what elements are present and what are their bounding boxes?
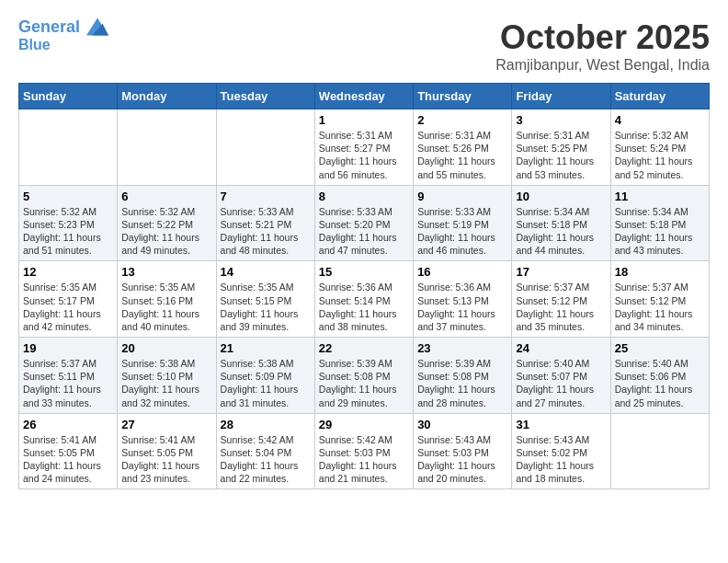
calendar-cell: 16Sunrise: 5:36 AMSunset: 5:13 PMDayligh…	[414, 261, 512, 338]
day-info: Sunrise: 5:41 AMSunset: 5:05 PMDaylight:…	[121, 433, 211, 486]
day-info: Sunrise: 5:43 AMSunset: 5:03 PMDaylight:…	[417, 433, 507, 486]
day-info: Sunrise: 5:35 AMSunset: 5:15 PMDaylight:…	[221, 281, 311, 333]
calendar-cell: 9Sunrise: 5:33 AMSunset: 5:19 PMDaylight…	[414, 185, 512, 261]
week-row-1: 1Sunrise: 5:31 AMSunset: 5:27 PMDaylight…	[19, 109, 710, 186]
calendar-cell: 14Sunrise: 5:35 AMSunset: 5:15 PMDayligh…	[216, 261, 314, 338]
calendar-cell	[610, 413, 709, 489]
day-number: 6	[121, 190, 211, 203]
day-number: 9	[417, 190, 507, 203]
day-number: 14	[221, 265, 311, 279]
month-title: October 2025	[495, 18, 710, 57]
day-number: 17	[516, 265, 606, 279]
calendar-cell: 13Sunrise: 5:35 AMSunset: 5:16 PMDayligh…	[118, 261, 216, 338]
day-info: Sunrise: 5:35 AMSunset: 5:16 PMDaylight:…	[121, 281, 211, 333]
day-number: 2	[417, 113, 507, 127]
calendar-cell: 8Sunrise: 5:33 AMSunset: 5:20 PMDaylight…	[314, 185, 413, 261]
page-header: General Blue October 2025 Ramjibanpur, W…	[18, 18, 710, 74]
week-row-2: 5Sunrise: 5:32 AMSunset: 5:23 PMDaylight…	[19, 185, 710, 261]
day-number: 1	[319, 113, 409, 127]
calendar-cell: 17Sunrise: 5:37 AMSunset: 5:12 PMDayligh…	[512, 261, 610, 338]
calendar-cell: 3Sunrise: 5:31 AMSunset: 5:25 PMDaylight…	[512, 109, 610, 186]
day-info: Sunrise: 5:39 AMSunset: 5:08 PMDaylight:…	[417, 357, 507, 409]
day-info: Sunrise: 5:42 AMSunset: 5:03 PMDaylight:…	[319, 433, 409, 486]
calendar-cell: 27Sunrise: 5:41 AMSunset: 5:05 PMDayligh…	[118, 413, 216, 489]
day-info: Sunrise: 5:33 AMSunset: 5:19 PMDaylight:…	[417, 205, 507, 258]
calendar-cell: 25Sunrise: 5:40 AMSunset: 5:06 PMDayligh…	[610, 338, 709, 414]
day-info: Sunrise: 5:41 AMSunset: 5:05 PMDaylight:…	[23, 433, 113, 486]
calendar-cell: 5Sunrise: 5:32 AMSunset: 5:23 PMDaylight…	[19, 185, 118, 261]
day-info: Sunrise: 5:34 AMSunset: 5:18 PMDaylight:…	[615, 205, 705, 258]
day-info: Sunrise: 5:32 AMSunset: 5:24 PMDaylight:…	[615, 129, 705, 181]
header-day-monday: Monday	[118, 84, 216, 109]
day-number: 22	[319, 341, 409, 355]
title-block: October 2025 Ramjibanpur, West Bengal, I…	[495, 18, 710, 74]
day-number: 5	[23, 190, 113, 203]
calendar-cell: 7Sunrise: 5:33 AMSunset: 5:21 PMDaylight…	[216, 185, 314, 261]
calendar-cell: 31Sunrise: 5:43 AMSunset: 5:02 PMDayligh…	[512, 413, 610, 489]
calendar-cell: 30Sunrise: 5:43 AMSunset: 5:03 PMDayligh…	[414, 413, 512, 489]
week-row-4: 19Sunrise: 5:37 AMSunset: 5:11 PMDayligh…	[19, 338, 710, 414]
day-number: 29	[319, 418, 409, 431]
day-info: Sunrise: 5:37 AMSunset: 5:12 PMDaylight:…	[615, 281, 705, 333]
week-row-3: 12Sunrise: 5:35 AMSunset: 5:17 PMDayligh…	[19, 261, 710, 338]
day-info: Sunrise: 5:31 AMSunset: 5:26 PMDaylight:…	[417, 129, 507, 181]
calendar-cell	[118, 109, 216, 186]
header-day-friday: Friday	[512, 84, 610, 109]
calendar-cell: 11Sunrise: 5:34 AMSunset: 5:18 PMDayligh…	[610, 185, 709, 261]
calendar-cell: 6Sunrise: 5:32 AMSunset: 5:22 PMDaylight…	[118, 185, 216, 261]
day-number: 8	[319, 190, 409, 203]
header-row: SundayMondayTuesdayWednesdayThursdayFrid…	[19, 84, 710, 109]
day-number: 7	[221, 190, 311, 203]
day-number: 26	[23, 418, 113, 431]
day-info: Sunrise: 5:38 AMSunset: 5:09 PMDaylight:…	[221, 357, 311, 409]
logo-blue: Blue	[18, 37, 108, 53]
logo-text: General	[18, 18, 108, 37]
calendar-cell	[19, 109, 118, 186]
day-number: 23	[417, 341, 507, 355]
day-number: 25	[615, 341, 705, 355]
day-number: 10	[516, 190, 606, 203]
day-info: Sunrise: 5:34 AMSunset: 5:18 PMDaylight:…	[516, 205, 606, 258]
calendar-cell: 12Sunrise: 5:35 AMSunset: 5:17 PMDayligh…	[19, 261, 118, 338]
calendar-cell: 4Sunrise: 5:32 AMSunset: 5:24 PMDaylight…	[610, 109, 709, 186]
calendar-cell: 24Sunrise: 5:40 AMSunset: 5:07 PMDayligh…	[512, 338, 610, 414]
day-number: 28	[221, 418, 311, 431]
day-number: 31	[516, 418, 606, 431]
calendar-cell: 10Sunrise: 5:34 AMSunset: 5:18 PMDayligh…	[512, 185, 610, 261]
day-info: Sunrise: 5:39 AMSunset: 5:08 PMDaylight:…	[319, 357, 409, 409]
day-info: Sunrise: 5:35 AMSunset: 5:17 PMDaylight:…	[23, 281, 113, 333]
day-info: Sunrise: 5:32 AMSunset: 5:23 PMDaylight:…	[23, 205, 113, 258]
calendar-cell: 28Sunrise: 5:42 AMSunset: 5:04 PMDayligh…	[216, 413, 314, 489]
day-number: 20	[121, 341, 211, 355]
day-number: 24	[516, 341, 606, 355]
day-number: 30	[417, 418, 507, 431]
day-info: Sunrise: 5:36 AMSunset: 5:13 PMDaylight:…	[417, 281, 507, 333]
day-info: Sunrise: 5:40 AMSunset: 5:07 PMDaylight:…	[516, 357, 606, 409]
day-info: Sunrise: 5:37 AMSunset: 5:12 PMDaylight:…	[516, 281, 606, 333]
location: Ramjibanpur, West Bengal, India	[495, 57, 710, 74]
header-day-sunday: Sunday	[19, 84, 118, 109]
day-info: Sunrise: 5:31 AMSunset: 5:25 PMDaylight:…	[516, 129, 606, 181]
day-number: 16	[417, 265, 507, 279]
day-number: 21	[221, 341, 311, 355]
day-number: 19	[23, 341, 113, 355]
day-info: Sunrise: 5:32 AMSunset: 5:22 PMDaylight:…	[121, 205, 211, 258]
calendar-cell: 23Sunrise: 5:39 AMSunset: 5:08 PMDayligh…	[414, 338, 512, 414]
day-info: Sunrise: 5:31 AMSunset: 5:27 PMDaylight:…	[319, 129, 409, 181]
calendar-cell: 22Sunrise: 5:39 AMSunset: 5:08 PMDayligh…	[314, 338, 413, 414]
day-info: Sunrise: 5:33 AMSunset: 5:20 PMDaylight:…	[319, 205, 409, 258]
calendar-cell: 2Sunrise: 5:31 AMSunset: 5:26 PMDaylight…	[414, 109, 512, 186]
calendar-cell: 15Sunrise: 5:36 AMSunset: 5:14 PMDayligh…	[314, 261, 413, 338]
calendar-cell: 26Sunrise: 5:41 AMSunset: 5:05 PMDayligh…	[19, 413, 118, 489]
calendar-cell: 29Sunrise: 5:42 AMSunset: 5:03 PMDayligh…	[314, 413, 413, 489]
calendar-table: SundayMondayTuesdayWednesdayThursdayFrid…	[18, 83, 710, 489]
day-info: Sunrise: 5:33 AMSunset: 5:21 PMDaylight:…	[221, 205, 311, 258]
calendar-cell: 1Sunrise: 5:31 AMSunset: 5:27 PMDaylight…	[314, 109, 413, 186]
calendar-cell: 19Sunrise: 5:37 AMSunset: 5:11 PMDayligh…	[19, 338, 118, 414]
calendar-cell: 21Sunrise: 5:38 AMSunset: 5:09 PMDayligh…	[216, 338, 314, 414]
header-day-saturday: Saturday	[610, 84, 709, 109]
day-info: Sunrise: 5:42 AMSunset: 5:04 PMDaylight:…	[221, 433, 311, 486]
day-number: 27	[121, 418, 211, 431]
week-row-5: 26Sunrise: 5:41 AMSunset: 5:05 PMDayligh…	[19, 413, 710, 489]
day-number: 18	[615, 265, 705, 279]
